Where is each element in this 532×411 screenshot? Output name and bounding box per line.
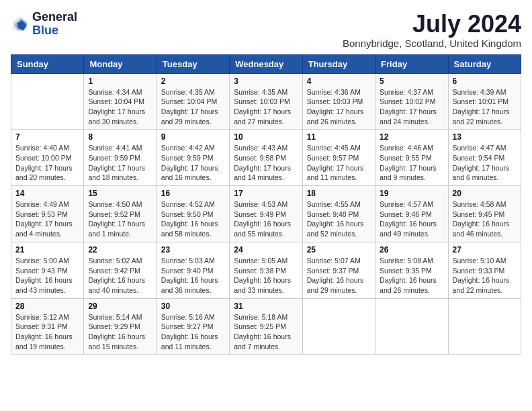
- day-detail: Sunrise: 4:41 AMSunset: 9:59 PMDaylight:…: [88, 143, 152, 183]
- calendar-cell: [302, 298, 375, 355]
- weekday-header: Thursday: [302, 54, 375, 73]
- calendar-table: SundayMondayTuesdayWednesdayThursdayFrid…: [11, 54, 521, 355]
- day-number: 3: [234, 77, 298, 86]
- calendar-cell: 22Sunrise: 5:02 AMSunset: 9:42 PMDayligh…: [84, 242, 157, 298]
- day-detail: Sunrise: 4:42 AMSunset: 9:59 PMDaylight:…: [161, 143, 225, 183]
- title-location: Bonnybridge, Scotland, United Kingdom: [343, 38, 521, 49]
- day-number: 20: [453, 189, 517, 198]
- day-number: 17: [234, 189, 298, 198]
- calendar-cell: 18Sunrise: 4:55 AMSunset: 9:48 PMDayligh…: [302, 186, 375, 242]
- day-detail: Sunrise: 4:37 AMSunset: 10:02 PMDaylight…: [380, 87, 443, 127]
- calendar-cell: 2Sunrise: 4:35 AMSunset: 10:04 PMDayligh…: [157, 73, 229, 130]
- calendar-cell: [11, 73, 84, 130]
- calendar-cell: 14Sunrise: 4:49 AMSunset: 9:53 PMDayligh…: [11, 186, 84, 242]
- title-block: July 2024 Bonnybridge, Scotland, United …: [343, 11, 521, 49]
- calendar-cell: 8Sunrise: 4:41 AMSunset: 9:59 PMDaylight…: [84, 130, 157, 186]
- calendar-cell: 21Sunrise: 5:00 AMSunset: 9:43 PMDayligh…: [11, 242, 84, 298]
- day-detail: Sunrise: 5:16 AMSunset: 9:27 PMDaylight:…: [161, 312, 225, 352]
- day-detail: Sunrise: 4:35 AMSunset: 10:03 PMDaylight…: [234, 87, 298, 127]
- day-number: 29: [88, 302, 152, 311]
- weekday-header: Sunday: [11, 54, 84, 73]
- day-detail: Sunrise: 4:55 AMSunset: 9:48 PMDaylight:…: [307, 199, 371, 239]
- calendar-cell: 24Sunrise: 5:05 AMSunset: 9:38 PMDayligh…: [230, 242, 302, 298]
- day-detail: Sunrise: 4:57 AMSunset: 9:46 PMDaylight:…: [380, 199, 443, 239]
- day-number: 15: [88, 189, 152, 198]
- day-number: 10: [234, 132, 298, 142]
- calendar-cell: 19Sunrise: 4:57 AMSunset: 9:46 PMDayligh…: [375, 186, 448, 242]
- calendar-cell: 1Sunrise: 4:34 AMSunset: 10:04 PMDayligh…: [84, 73, 157, 130]
- title-month: July 2024: [343, 11, 521, 38]
- day-detail: Sunrise: 4:34 AMSunset: 10:04 PMDaylight…: [88, 87, 152, 127]
- day-detail: Sunrise: 5:08 AMSunset: 9:35 PMDaylight:…: [380, 256, 443, 295]
- day-detail: Sunrise: 4:53 AMSunset: 9:49 PMDaylight:…: [234, 199, 298, 239]
- calendar-cell: 16Sunrise: 4:52 AMSunset: 9:50 PMDayligh…: [157, 186, 229, 242]
- day-number: 31: [234, 302, 298, 311]
- day-detail: Sunrise: 4:43 AMSunset: 9:58 PMDaylight:…: [234, 143, 298, 183]
- day-detail: Sunrise: 5:10 AMSunset: 9:33 PMDaylight:…: [453, 256, 517, 295]
- day-detail: Sunrise: 4:40 AMSunset: 10:00 PMDaylight…: [15, 143, 79, 183]
- weekday-header: Wednesday: [230, 54, 302, 73]
- logo-general: General: [32, 11, 77, 24]
- calendar-cell: 9Sunrise: 4:42 AMSunset: 9:59 PMDaylight…: [157, 130, 229, 186]
- weekday-header: Tuesday: [157, 54, 229, 73]
- day-detail: Sunrise: 4:45 AMSunset: 9:57 PMDaylight:…: [307, 143, 371, 183]
- day-number: 23: [161, 245, 225, 255]
- day-detail: Sunrise: 4:39 AMSunset: 10:01 PMDaylight…: [453, 87, 517, 127]
- day-number: 22: [88, 245, 152, 255]
- page-header: General Blue July 2024 Bonnybridge, Scot…: [11, 11, 521, 49]
- day-detail: Sunrise: 4:46 AMSunset: 9:55 PMDaylight:…: [380, 143, 443, 183]
- day-number: 27: [453, 245, 517, 255]
- calendar-cell: 5Sunrise: 4:37 AMSunset: 10:02 PMDayligh…: [375, 73, 448, 130]
- calendar-header-row: SundayMondayTuesdayWednesdayThursdayFrid…: [11, 54, 521, 73]
- day-detail: Sunrise: 4:36 AMSunset: 10:03 PMDaylight…: [307, 87, 371, 127]
- calendar-cell: 30Sunrise: 5:16 AMSunset: 9:27 PMDayligh…: [157, 298, 229, 355]
- day-number: 9: [161, 132, 225, 142]
- day-number: 12: [380, 132, 443, 142]
- day-number: 5: [380, 77, 443, 86]
- logo-icon: [11, 15, 30, 34]
- day-number: 30: [161, 302, 225, 311]
- day-number: 1: [88, 77, 152, 86]
- day-detail: Sunrise: 4:58 AMSunset: 9:45 PMDaylight:…: [453, 199, 517, 239]
- calendar-cell: 27Sunrise: 5:10 AMSunset: 9:33 PMDayligh…: [448, 242, 521, 298]
- calendar-cell: 15Sunrise: 4:50 AMSunset: 9:52 PMDayligh…: [84, 186, 157, 242]
- calendar-cell: 23Sunrise: 5:03 AMSunset: 9:40 PMDayligh…: [157, 242, 229, 298]
- weekday-header: Saturday: [448, 54, 521, 73]
- day-detail: Sunrise: 5:02 AMSunset: 9:42 PMDaylight:…: [88, 256, 152, 295]
- calendar-week-row: 14Sunrise: 4:49 AMSunset: 9:53 PMDayligh…: [11, 186, 521, 242]
- calendar-cell: 20Sunrise: 4:58 AMSunset: 9:45 PMDayligh…: [448, 186, 521, 242]
- logo-text: General Blue: [32, 11, 77, 38]
- calendar-week-row: 28Sunrise: 5:12 AMSunset: 9:31 PMDayligh…: [11, 298, 521, 355]
- day-number: 28: [15, 302, 79, 311]
- calendar-cell: 13Sunrise: 4:47 AMSunset: 9:54 PMDayligh…: [448, 130, 521, 186]
- day-number: 14: [15, 189, 79, 198]
- calendar-cell: 6Sunrise: 4:39 AMSunset: 10:01 PMDayligh…: [448, 73, 521, 130]
- day-number: 25: [307, 245, 371, 255]
- day-number: 8: [88, 132, 152, 142]
- day-number: 6: [453, 77, 517, 86]
- calendar-cell: 12Sunrise: 4:46 AMSunset: 9:55 PMDayligh…: [375, 130, 448, 186]
- day-detail: Sunrise: 4:52 AMSunset: 9:50 PMDaylight:…: [161, 199, 225, 239]
- day-detail: Sunrise: 4:49 AMSunset: 9:53 PMDaylight:…: [15, 199, 79, 239]
- calendar-week-row: 1Sunrise: 4:34 AMSunset: 10:04 PMDayligh…: [11, 73, 521, 130]
- calendar-cell: [375, 298, 448, 355]
- day-detail: Sunrise: 5:12 AMSunset: 9:31 PMDaylight:…: [15, 312, 79, 352]
- day-detail: Sunrise: 5:00 AMSunset: 9:43 PMDaylight:…: [15, 256, 79, 295]
- day-number: 2: [161, 77, 225, 86]
- day-number: 7: [15, 132, 79, 142]
- calendar-cell: 28Sunrise: 5:12 AMSunset: 9:31 PMDayligh…: [11, 298, 84, 355]
- calendar-cell: 3Sunrise: 4:35 AMSunset: 10:03 PMDayligh…: [230, 73, 302, 130]
- calendar-cell: 26Sunrise: 5:08 AMSunset: 9:35 PMDayligh…: [375, 242, 448, 298]
- weekday-header: Friday: [375, 54, 448, 73]
- day-number: 24: [234, 245, 298, 255]
- day-detail: Sunrise: 5:18 AMSunset: 9:25 PMDaylight:…: [234, 312, 298, 352]
- calendar-cell: 11Sunrise: 4:45 AMSunset: 9:57 PMDayligh…: [302, 130, 375, 186]
- logo-blue: Blue: [32, 24, 77, 38]
- day-number: 26: [380, 245, 443, 255]
- calendar-cell: 31Sunrise: 5:18 AMSunset: 9:25 PMDayligh…: [230, 298, 302, 355]
- day-detail: Sunrise: 4:50 AMSunset: 9:52 PMDaylight:…: [88, 199, 152, 239]
- calendar-cell: 29Sunrise: 5:14 AMSunset: 9:29 PMDayligh…: [84, 298, 157, 355]
- day-detail: Sunrise: 4:47 AMSunset: 9:54 PMDaylight:…: [453, 143, 517, 183]
- calendar-cell: 17Sunrise: 4:53 AMSunset: 9:49 PMDayligh…: [230, 186, 302, 242]
- calendar-week-row: 21Sunrise: 5:00 AMSunset: 9:43 PMDayligh…: [11, 242, 521, 298]
